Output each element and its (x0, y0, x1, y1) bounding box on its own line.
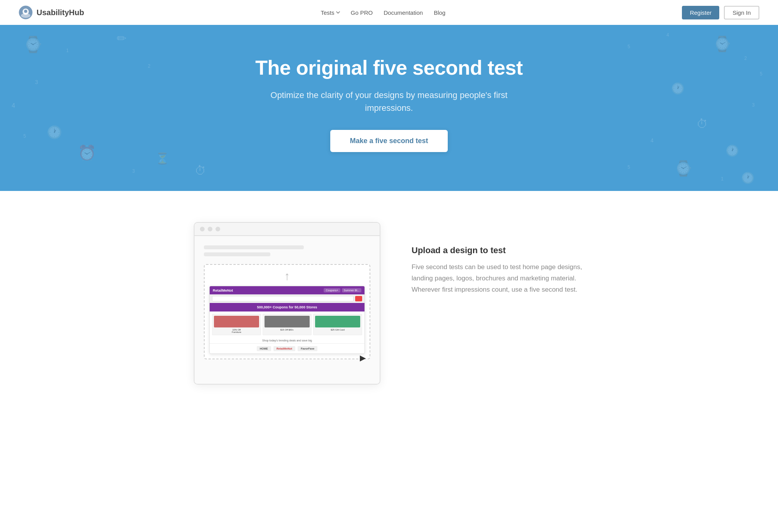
cursor-icon: ▶ (360, 353, 366, 362)
content-section: ↑ RetailMeNot Coupons+ Summer Bl... (175, 191, 603, 416)
logo[interactable]: UsabilityHub (19, 5, 84, 19)
deco-num-4r2: 4 (650, 138, 654, 143)
svg-point-2 (21, 13, 30, 18)
deco-clock-3: 🕐 (725, 145, 739, 156)
screenshot-product-1: 10% OffFurniture (212, 314, 261, 335)
ph-line-2 (204, 252, 270, 256)
screenshot-logo: RetailMeNot (213, 289, 233, 292)
ph-line-1 (204, 245, 304, 249)
screenshot-search-btn (355, 296, 362, 301)
product-label-3: $25 Gift Card (315, 329, 360, 331)
feature-description: Five second tests can be used to test ho… (412, 262, 584, 296)
screenshot-bottom-text: Shop today's trending deals and save big (210, 338, 364, 343)
hero-section: ⌚ 3 1 4 🕐 ⏰ 5 ✏ 2 ⏳ 3 ⏱ 4 ⌚ 🕐 2 3 ⏱ 4 🕐 … (0, 25, 778, 191)
screenshot-search-input (212, 296, 354, 301)
screenshot-hero-text: 500,000+ Coupons for 50,000 Stores (210, 303, 364, 312)
deco-num-4r: 4 (666, 33, 669, 37)
deco-num-5: 5 (23, 134, 26, 138)
deco-pencil-1: ✏ (117, 33, 126, 44)
deco-num-3: 3 (35, 79, 38, 85)
signin-button[interactable]: Sign In (724, 6, 759, 19)
hero-title: The original five second test (19, 56, 759, 79)
feature-content: Upload a design to test Five second test… (412, 222, 584, 296)
deco-watch-2: ⌚ (713, 37, 731, 51)
product-label-1: 10% OffFurniture (214, 329, 259, 333)
chevron-down-icon (336, 10, 340, 14)
product-img-1 (214, 316, 259, 327)
feature-title: Upload a design to test (412, 245, 584, 256)
screenshot-nav-coupons: Coupons+ (324, 288, 340, 292)
screenshot-products: 10% OffFurniture $15 Off $60+ $25 Gift C… (210, 312, 364, 338)
deco-num-5r2: 5 (627, 165, 630, 170)
deco-alarm-1: ⏰ (78, 145, 96, 160)
deco-num-1r: 1 (721, 177, 724, 181)
deco-num-4: 4 (12, 103, 15, 109)
logo-text: UsabilityHub (37, 8, 84, 17)
nav-tests[interactable]: Tests (321, 9, 340, 16)
browser-dot-1 (200, 227, 205, 231)
deco-timer-1: ⏱ (194, 165, 206, 177)
screenshot-nav-pills: Coupons+ Summer Bl... (324, 288, 361, 292)
deco-clock-1: 🕐 (47, 126, 62, 138)
browser-dot-3 (216, 227, 220, 231)
deco-num-3r: 3 (752, 103, 755, 107)
nav-blog[interactable]: Blog (434, 9, 445, 16)
deco-watch-1: ⌚ (23, 37, 43, 52)
browser-body: ↑ RetailMeNot Coupons+ Summer Bl... (194, 236, 380, 384)
hero-subtitle: Optimize the clarity of your designs by … (257, 89, 521, 114)
logo-icon (19, 5, 33, 19)
screenshot-logos: HOME RetailMeNot FavorFave (210, 343, 364, 354)
nav-docs[interactable]: Documentation (384, 9, 423, 16)
deco-stopwatch-1: ⏱ (696, 118, 708, 130)
screenshot-logo-home: HOME (257, 346, 271, 351)
deco-num-3b: 3 (132, 169, 135, 173)
screenshot-logo-retail: RetailMeNot (273, 346, 295, 351)
deco-hourglass-1: ⏳ (156, 153, 169, 164)
svg-point-3 (24, 10, 27, 13)
upload-arrow-icon: ↑ (209, 270, 365, 283)
deco-watch-3: ⌚ (674, 161, 692, 176)
product-img-2 (265, 316, 310, 327)
product-img-3 (315, 316, 360, 327)
screenshot-nav-summer: Summer Bl... (342, 288, 361, 292)
browser-dot-2 (208, 227, 212, 231)
browser-bar (194, 223, 380, 236)
screenshot-search-bar (210, 294, 364, 303)
deco-clock-4: 🕐 (741, 173, 755, 184)
hero-cta-button[interactable]: Make a five second test (330, 130, 447, 152)
product-label-2: $15 Off $60+ (265, 329, 310, 331)
screenshot-logo-favor: FavorFave (298, 346, 317, 351)
deco-num-5r: 5 (760, 72, 762, 76)
inner-screenshot: RetailMeNot Coupons+ Summer Bl... (209, 286, 365, 354)
nav-pro[interactable]: Go PRO (351, 9, 373, 16)
nav-links: Tests Go PRO Documentation Blog (321, 9, 446, 16)
browser-frame: ↑ RetailMeNot Coupons+ Summer Bl... (194, 222, 380, 385)
browser-mockup: ↑ RetailMeNot Coupons+ Summer Bl... (194, 222, 380, 385)
screenshot-product-2: $15 Off $60+ (263, 314, 312, 335)
deco-clock-2: 🕐 (671, 83, 685, 94)
register-button[interactable]: Register (682, 6, 719, 19)
screenshot-product-3: $25 Gift Card (313, 314, 362, 335)
upload-area: ↑ RetailMeNot Coupons+ Summer Bl... (204, 264, 370, 359)
screenshot-header: RetailMeNot Coupons+ Summer Bl... (210, 286, 364, 294)
deco-num-5r3: 5 (627, 44, 630, 49)
nav-actions: Register Sign In (682, 6, 759, 19)
deco-num-1: 1 (66, 48, 69, 53)
placeholder-lines (204, 245, 370, 256)
navbar: UsabilityHub Tests Go PRO Documentation … (0, 0, 778, 25)
